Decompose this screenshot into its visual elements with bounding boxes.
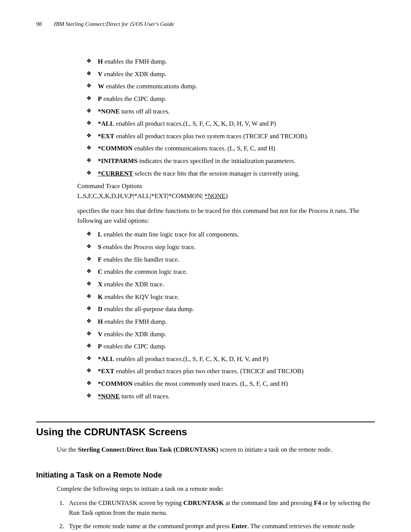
option-name: *EXT — [98, 133, 114, 140]
option-description: enables the file handler trace. — [102, 256, 179, 263]
command-trace-label: Command Trace Options — [77, 182, 142, 190]
option-description: enables the all-purpose data dump. — [102, 305, 194, 313]
step-keyword: F4 — [314, 499, 321, 506]
option-name: *NONE — [98, 108, 120, 115]
list-item: V enables the XDR dump. — [86, 330, 375, 339]
option-description: enables the main line logic trace for al… — [102, 231, 239, 238]
option-description: enables the common logic trace. — [102, 268, 188, 275]
option-name: H — [98, 58, 103, 65]
option-description: enables all product traces.(L, S, F, C, … — [114, 355, 268, 363]
list-item: *CURRENT selects the trace bits that the… — [86, 169, 375, 179]
list-item: Type the remote node name at the command… — [66, 521, 375, 532]
option-description: enables all product traces.(L, S, F, C, … — [114, 120, 276, 127]
section-intro-pre: Use the — [57, 446, 78, 453]
option-name: *NONE — [98, 393, 120, 400]
option-description: selects the trace bits that the session … — [133, 170, 300, 177]
option-description: enables the KQV logic trace. — [103, 293, 179, 300]
step-text: Access the CDRUNTASK screen by typing — [69, 499, 183, 506]
option-description: enables the communications dump. — [104, 83, 197, 90]
list-item: P enables the CIPC dump. — [86, 94, 375, 104]
option-name: F — [98, 256, 102, 263]
list-item: V enables the XDR dump. — [86, 70, 375, 79]
option-description: turns off all traces. — [120, 108, 170, 115]
step-text: Type the remote node name at the command… — [69, 522, 231, 530]
page-number: 98 — [36, 21, 42, 27]
option-description: enables the CIPC dump. — [102, 95, 166, 102]
list-item: *ALL enables all product traces.(L, S, F… — [86, 355, 375, 364]
section-intro-bold: Sterling Connect:Direct Run Task (CDRUNT… — [78, 446, 218, 453]
option-name: *ALL — [98, 355, 114, 363]
section-intro: Use the Sterling Connect:Direct Run Task… — [57, 445, 375, 455]
option-name: C — [98, 268, 102, 275]
list-item: F enables the file handler trace. — [86, 255, 375, 265]
steps-list: Access the CDRUNTASK screen by typing CD… — [57, 498, 375, 532]
list-item: L enables the main line logic trace for … — [86, 230, 375, 240]
list-item: *EXT enables all product traces plus two… — [86, 132, 375, 141]
option-description: indicates the traces specified in the in… — [138, 157, 296, 165]
option-description: enables the XDR trace. — [102, 281, 164, 288]
subsection-heading: Initiating a Task on a Remote Node — [36, 471, 375, 479]
command-trace-options-prefix: L,S,F,C,X,K,D,H,V,P|*ALL|*EXT|*COMMON| — [77, 192, 204, 200]
step-text: at the command line and pressing — [224, 499, 314, 506]
option-name: K — [98, 293, 103, 300]
option-name: V — [98, 70, 102, 78]
option-name: W — [98, 83, 104, 90]
command-trace-description: specifies the trace bits that define fun… — [77, 206, 375, 225]
list-item: X enables the XDR trace. — [86, 280, 375, 289]
list-item: H enables the FMH dump. — [86, 317, 375, 327]
command-trace-block: Command Trace Options L,S,F,C,X,K,D,H,V,… — [77, 181, 375, 201]
option-description: enables all product traces plus two syst… — [114, 133, 308, 140]
option-name: *CURRENT — [98, 170, 133, 177]
list-item: *NONE turns off all traces. — [86, 107, 375, 117]
option-description: enables the communications traces. (L, S… — [133, 145, 276, 152]
option-description: turns off all traces. — [120, 393, 170, 400]
option-description: enables all product traces plus two othe… — [114, 367, 303, 375]
list-item: W enables the communications dump. — [86, 82, 375, 91]
list-item: K enables the KQV logic trace. — [86, 292, 375, 302]
list-item: C enables the common logic trace. — [86, 267, 375, 277]
list-item: *COMMON enables the communications trace… — [86, 144, 375, 153]
option-description: enables the FMH dump. — [103, 318, 167, 325]
option-name: L — [98, 231, 102, 238]
option-description: enables the most commonly used traces. (… — [133, 380, 288, 387]
list-item: *ALL enables all product traces.(L, S, F… — [86, 119, 375, 129]
option-name: *INITPARMS — [98, 157, 138, 165]
option-name: D — [98, 305, 102, 313]
list-item: D enables the all-purpose data dump. — [86, 305, 375, 314]
list-item: P enables the CIPC dump. — [86, 342, 375, 351]
list-item: *INITPARMS indicates the traces specifie… — [86, 157, 375, 166]
subsection-intro: Complete the following steps to initiate… — [57, 484, 375, 494]
option-description: enables the XDR dump. — [102, 331, 166, 338]
option-name: *COMMON — [98, 380, 133, 387]
option-name: V — [98, 331, 102, 338]
list-item: *NONE turns off all traces. — [86, 392, 375, 401]
doc-title: IBM Sterling Connect:Direct for i5/OS Us… — [54, 21, 174, 27]
trace-options-list-2: L enables the main line logic trace for … — [86, 230, 375, 401]
option-description: enables the CIPC dump. — [102, 343, 166, 350]
option-name: X — [98, 281, 102, 288]
list-item: H enables the FMH dump. — [86, 57, 375, 67]
list-item: *COMMON enables the most commonly used t… — [86, 379, 375, 389]
option-name: *EXT — [98, 367, 114, 375]
option-name: P — [98, 95, 102, 102]
trace-options-list-1: H enables the FMH dump.V enables the XDR… — [86, 57, 375, 178]
list-item: S enables the Process step logic trace. — [86, 243, 375, 252]
section-heading: Using the CDRUNTASK Screens — [36, 426, 375, 438]
page-header: 98 IBM Sterling Connect:Direct for i5/OS… — [36, 21, 375, 27]
step-keyword: Enter — [231, 522, 247, 530]
option-name: H — [98, 318, 103, 325]
option-description: enables the FMH dump. — [103, 58, 167, 65]
list-item: Access the CDRUNTASK screen by typing CD… — [66, 498, 375, 518]
option-name: *ALL — [98, 120, 114, 127]
list-item: *EXT enables all product traces plus two… — [86, 367, 375, 376]
step-keyword: CDRUNTASK — [183, 499, 224, 506]
option-name: P — [98, 343, 102, 350]
option-description: enables the Process step logic trace. — [101, 243, 196, 251]
section-intro-post: screen to initiate a task on the remote … — [218, 446, 332, 453]
section-divider — [36, 422, 375, 422]
option-description: enables the XDR dump. — [102, 70, 166, 78]
option-name: *COMMON — [98, 145, 133, 152]
command-trace-options-default: *NONE) — [204, 192, 228, 200]
